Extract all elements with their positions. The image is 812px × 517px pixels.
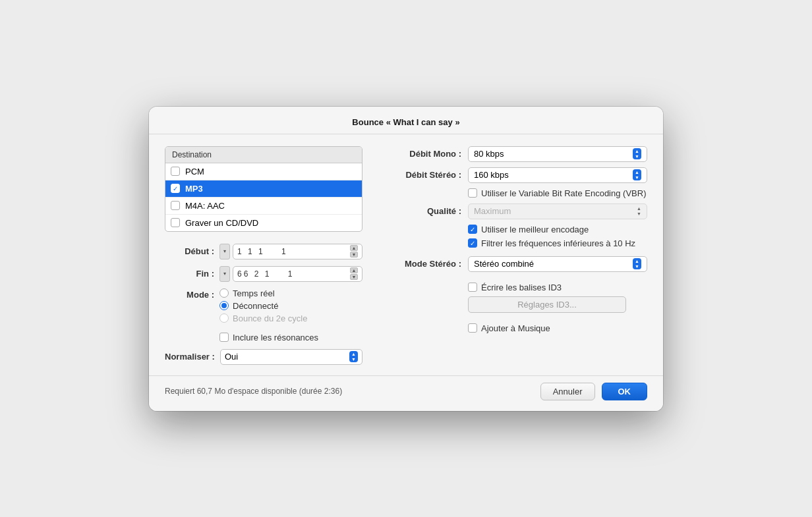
debit-stereo-up-icon: ▲ <box>635 170 639 175</box>
debit-stereo-select[interactable]: 160 kbps ▲ ▼ <box>468 167 647 183</box>
mode-temps-reel-label: Temps réel <box>233 288 275 298</box>
debit-mono-up-icon: ▲ <box>635 149 639 153</box>
fin-label: Fin : <box>165 269 214 279</box>
fin-stepper[interactable]: ▲ ▼ <box>350 267 358 280</box>
id3-checkbox[interactable] <box>468 283 477 292</box>
stereo-mode-label: Mode Stéréo : <box>382 259 461 269</box>
filtrer-row[interactable]: ✓ Filtrer les fréquences inférieures à 1… <box>468 238 647 248</box>
stereo-mode-up-icon: ▲ <box>635 259 639 263</box>
qualite-select: Maximum ▲ ▼ <box>468 204 647 219</box>
destination-label-cd: Graver un CD/DVD <box>185 218 258 228</box>
destination-row-pcm[interactable]: PCM <box>165 163 362 180</box>
normaliser-label: Normaliser : <box>165 352 215 362</box>
id3-check-row[interactable]: Écrire les balises ID3 <box>468 283 647 292</box>
destination-checkbox-mp3[interactable]: ✓ <box>171 184 180 193</box>
debit-mono-row: Débit Mono : 80 kbps ▲ ▼ <box>382 146 647 162</box>
fin-values: 66 2 1 1 <box>237 269 294 279</box>
destination-checkbox-pcm[interactable] <box>171 167 180 176</box>
id3-settings-button[interactable]: Réglages ID3... <box>468 296 626 313</box>
mode-row: Mode : Temps réel Déconnecté Boun <box>165 288 362 326</box>
id3-section: Écrire les balises ID3 Réglages ID3... <box>382 283 647 313</box>
debut-field[interactable]: 1 1 1 1 ▲ ▼ <box>233 244 362 259</box>
stereo-mode-select[interactable]: Stéréo combiné ▲ ▼ <box>468 256 647 272</box>
normaliser-stepper[interactable]: ▲ ▼ <box>349 351 358 362</box>
meilleur-checkbox[interactable]: ✓ <box>468 225 477 234</box>
normaliser-value: Oui <box>225 352 238 362</box>
debit-mono-down-icon: ▼ <box>635 154 639 159</box>
ok-button[interactable]: OK <box>602 383 648 400</box>
debut-up-arrow[interactable]: ▲ <box>350 245 358 251</box>
stereo-mode-down-icon: ▼ <box>635 264 639 269</box>
radio-deconnecte[interactable] <box>219 301 229 310</box>
debit-stereo-row: Débit Stéréo : 160 kbps ▲ ▼ <box>382 167 647 183</box>
id3-settings-label: Réglages ID3... <box>517 300 577 310</box>
fin-up-arrow[interactable]: ▲ <box>350 267 358 273</box>
debut-down-arrow[interactable]: ▼ <box>350 252 358 258</box>
dialog-title: Bounce « What I can say » <box>149 107 663 134</box>
debut-stepper[interactable]: ▲ ▼ <box>350 245 358 258</box>
qualite-stepper: ▲ ▼ <box>637 206 641 216</box>
destination-label-m4a: M4A: AAC <box>185 201 225 211</box>
musique-checkbox[interactable] <box>468 323 477 333</box>
debut-label: Début : <box>165 246 214 256</box>
destination-checkbox-m4a[interactable] <box>171 201 180 210</box>
musique-row[interactable]: Ajouter à Musique <box>468 323 647 333</box>
radio-bounce-2e <box>219 313 229 323</box>
fin-down-arrow[interactable]: ▼ <box>350 274 358 280</box>
normaliser-row: Normaliser : Oui ▲ ▼ <box>165 349 362 365</box>
title-text: Bounce « What I can say » <box>352 117 459 127</box>
destination-row-m4a[interactable]: M4A: AAC <box>165 198 362 215</box>
filtrer-label: Filtrer les fréquences inférieures à 10 … <box>481 238 635 248</box>
debut-dropdown-btn[interactable]: ▾ <box>219 244 230 259</box>
qualite-value: Maximum <box>474 206 511 216</box>
inclure-checkbox[interactable] <box>219 333 229 342</box>
fin-dropdown-btn[interactable]: ▾ <box>219 266 230 282</box>
normaliser-select[interactable]: Oui ▲ ▼ <box>220 349 362 365</box>
encoding-checkboxes: ✓ Utiliser le meilleur encodage ✓ Filtre… <box>468 225 647 248</box>
radio-temps-reel[interactable] <box>219 288 229 298</box>
debit-mono-value: 80 kbps <box>474 149 504 159</box>
mode-deconnecte-label: Déconnecté <box>233 301 278 311</box>
destination-row-mp3[interactable]: ✓ MP3 <box>165 180 362 198</box>
mode-radio-group: Temps réel Déconnecté Bounce du 2e cycle <box>219 288 307 326</box>
debit-mono-select[interactable]: 80 kbps ▲ ▼ <box>468 146 647 162</box>
stereo-mode-stepper[interactable]: ▲ ▼ <box>633 258 641 269</box>
normaliser-up-icon: ▲ <box>351 352 356 356</box>
meilleur-encodage-row[interactable]: ✓ Utiliser le meilleur encodage <box>468 225 647 234</box>
fin-row: Fin : ▾ 66 2 1 1 ▲ ▼ <box>165 266 362 282</box>
debit-mono-label: Débit Mono : <box>382 149 461 159</box>
radio-deconnecte-fill <box>221 303 227 308</box>
qualite-down-icon: ▼ <box>637 211 641 216</box>
destination-label-mp3: MP3 <box>185 184 203 194</box>
fin-field[interactable]: 66 2 1 1 ▲ ▼ <box>233 266 362 282</box>
destination-table: Destination PCM ✓ MP3 M4A: AAC <box>165 146 362 232</box>
musique-label: Ajouter à Musique <box>481 323 550 333</box>
cancel-button[interactable]: Annuler <box>540 383 595 400</box>
vbr-row[interactable]: Utiliser le Variable Bit Rate Encoding (… <box>468 188 647 198</box>
mode-bounce-2e[interactable]: Bounce du 2e cycle <box>219 313 307 323</box>
stereo-mode-row: Mode Stéréo : Stéréo combiné ▲ ▼ <box>382 256 647 272</box>
mode-temps-reel[interactable]: Temps réel <box>219 288 307 298</box>
mode-deconnecte[interactable]: Déconnecté <box>219 301 307 311</box>
normaliser-down-icon: ▼ <box>351 357 356 362</box>
inclure-resonances-row[interactable]: Inclure les résonances <box>219 333 362 342</box>
qualite-row: Qualité : Maximum ▲ ▼ <box>382 204 647 219</box>
debit-mono-stepper[interactable]: ▲ ▼ <box>633 148 641 159</box>
debit-stereo-value: 160 kbps <box>474 170 509 180</box>
footer-buttons: Annuler OK <box>540 383 647 400</box>
vbr-label: Utiliser le Variable Bit Rate Encoding (… <box>481 188 646 198</box>
mode-label: Mode : <box>165 290 214 300</box>
destination-row-cd[interactable]: Graver un CD/DVD <box>165 215 362 231</box>
bounce-dialog: Bounce « What I can say » Destination PC… <box>149 107 663 411</box>
qualite-up-icon: ▲ <box>637 206 641 211</box>
debut-values: 1 1 1 1 <box>237 247 288 256</box>
destination-header: Destination <box>165 147 362 163</box>
destination-checkbox-cd[interactable] <box>171 218 180 227</box>
debit-stereo-down-icon: ▼ <box>635 175 639 180</box>
debit-stereo-stepper[interactable]: ▲ ▼ <box>633 169 641 180</box>
destination-header-label: Destination <box>172 150 212 159</box>
vbr-checkbox[interactable] <box>468 188 477 198</box>
destination-label-pcm: PCM <box>185 167 204 177</box>
id3-check-label: Écrire les balises ID3 <box>481 283 562 292</box>
filtrer-checkbox[interactable]: ✓ <box>468 238 477 248</box>
